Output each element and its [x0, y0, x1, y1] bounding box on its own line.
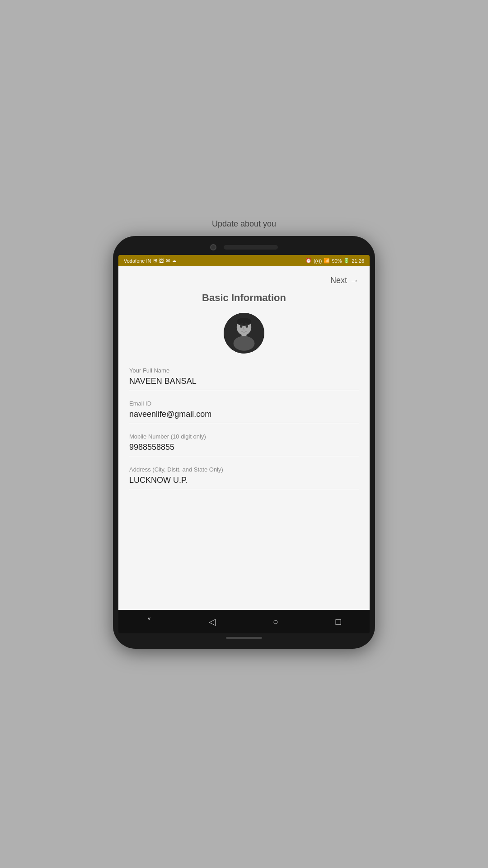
carrier-label: Vodafone IN [124, 258, 151, 264]
address-label: Address (City, Distt. and State Only) [129, 466, 359, 473]
app-screen: Next → Basic Information [118, 266, 370, 610]
next-button[interactable]: Next → [330, 274, 359, 288]
svg-point-5 [240, 325, 242, 328]
address-value[interactable]: LUCKNOW U.P. [129, 476, 359, 489]
mobile-value[interactable]: 9988558855 [129, 443, 359, 456]
field-mobile: Mobile Number (10 digit only) 9988558855 [129, 433, 359, 456]
field-address: Address (City, Distt. and State Only) LU… [129, 466, 359, 489]
field-full-name: Your Full Name NAVEEN BANSAL [129, 367, 359, 390]
speaker [224, 245, 278, 250]
nav-back-icon[interactable]: ◁ [209, 616, 216, 627]
status-bar-left: Vodafone IN ⊞ 🖼 ✉ ☁ [124, 258, 177, 264]
field-email: Email ID naveenlife@gmail.com [129, 400, 359, 423]
svg-point-4 [237, 318, 251, 326]
alarm-icon: ⏰ [305, 258, 312, 264]
mobile-label: Mobile Number (10 digit only) [129, 433, 359, 440]
svg-point-3 [234, 336, 255, 350]
signal-icon: 📶 [324, 258, 330, 264]
mail-icon: ✉ [166, 258, 170, 264]
nav-chevron-icon[interactable]: ˅ [147, 616, 151, 627]
nav-bar: ˅ ◁ ○ □ [118, 610, 370, 633]
svg-point-6 [246, 325, 248, 328]
svg-line-7 [239, 324, 243, 324]
battery-icon: 🔋 [343, 258, 350, 264]
phone-bottom [118, 637, 370, 639]
email-label: Email ID [129, 400, 359, 407]
section-title: Basic Information [129, 292, 359, 304]
phone-frame: Vodafone IN ⊞ 🖼 ✉ ☁ ⏰ ((•)) 📶 90% 🔋 21:2… [113, 236, 375, 649]
camera [210, 244, 216, 250]
time-label: 21:26 [352, 258, 364, 264]
battery-label: 90% [332, 258, 342, 264]
home-indicator [226, 637, 262, 639]
page-title: Update about you [212, 219, 276, 229]
next-button-row: Next → [129, 274, 359, 288]
next-arrow-icon: → [350, 275, 359, 286]
full-name-label: Your Full Name [129, 367, 359, 374]
cloud-icon: ☁ [172, 258, 177, 264]
email-value[interactable]: naveenlife@gmail.com [129, 410, 359, 423]
avatar[interactable] [224, 313, 264, 354]
status-bar-right: ⏰ ((•)) 📶 90% 🔋 21:26 [305, 258, 364, 264]
photo-icon: 🖼 [159, 258, 164, 264]
phone-top-bar [118, 244, 370, 250]
status-bar: Vodafone IN ⊞ 🖼 ✉ ☁ ⏰ ((•)) 📶 90% 🔋 21:2… [118, 255, 370, 266]
svg-line-8 [245, 324, 249, 324]
avatar-container [129, 313, 359, 354]
nav-home-icon[interactable]: ○ [273, 617, 278, 627]
full-name-value[interactable]: NAVEEN BANSAL [129, 377, 359, 390]
carrier-icon: ⊞ [153, 258, 157, 264]
nav-recent-icon[interactable]: □ [336, 617, 341, 627]
wifi-icon: ((•)) [314, 258, 322, 264]
next-label: Next [330, 276, 347, 285]
